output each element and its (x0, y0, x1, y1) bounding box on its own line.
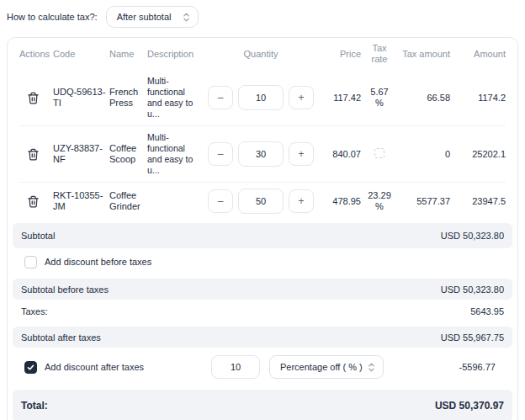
delete-row-button[interactable] (19, 195, 40, 208)
table-row: UZY-83837-NF Coffee Scoop Multi-function… (19, 126, 506, 183)
header-tax-rate: Tax rate (361, 43, 398, 65)
discount-after-row: Add discount after taxes Percentage off … (8, 348, 517, 386)
subtotal-before-taxes-row: Subtotal before taxes USD 50,323.80 (13, 279, 512, 300)
item-price: 117.42 (316, 93, 361, 104)
header-code: Code (53, 49, 109, 60)
discount-after-checkbox[interactable] (24, 361, 37, 374)
item-code: UDQ-59613-TI (53, 87, 109, 109)
item-name: Coffee Scoop (109, 143, 147, 165)
quantity-increase-button[interactable]: + (289, 189, 314, 213)
quantity-increase-button[interactable]: + (289, 142, 314, 166)
item-tax-amount: 0 (398, 149, 450, 160)
item-code: UZY-83837-NF (53, 143, 109, 165)
line-items-table: Actions Code Name Description Quantity P… (8, 38, 517, 220)
subtotal-label: Subtotal (21, 231, 55, 241)
table-row: UDQ-59613-TI French Press Multi-function… (19, 70, 506, 126)
header-price: Price (316, 49, 361, 60)
item-description: Multi-functional and easy to u... (147, 132, 206, 176)
table-header-row: Actions Code Name Description Quantity P… (19, 38, 506, 70)
header-amount: Amount (450, 49, 506, 60)
discount-after-label: Add discount after taxes (45, 362, 144, 372)
subtotal-before-taxes-value: USD 50,323.80 (441, 284, 504, 295)
subtotal-value: USD 50,323.80 (441, 231, 504, 241)
total-label: Total: (21, 400, 48, 412)
header-quantity: Quantity (206, 49, 316, 60)
item-description: Multi-functional and easy to u... (147, 76, 206, 120)
discount-before-checkbox[interactable] (24, 256, 37, 268)
discount-before-row: Add discount before taxes (8, 248, 517, 275)
taxes-row: Taxes: 5643.95 (8, 300, 517, 323)
subtotal-after-taxes-row: Subtotal after taxes USD 55,967.75 (13, 327, 512, 348)
discount-amount-input[interactable] (211, 355, 260, 379)
chevron-up-down-icon (183, 12, 190, 23)
header-description: Description (147, 49, 206, 60)
discount-before-label: Add discount before taxes (45, 257, 151, 267)
quantity-input[interactable] (238, 189, 284, 214)
taxes-value: 5643.95 (470, 306, 504, 316)
item-tax-amount: 66.58 (398, 93, 450, 104)
invoice-card: Actions Code Name Description Quantity P… (7, 37, 518, 420)
delete-row-button[interactable] (19, 148, 40, 161)
item-amount: 25202.1 (450, 149, 506, 160)
header-tax-amount: Tax amount (398, 49, 450, 60)
delete-row-button[interactable] (19, 92, 40, 104)
quantity-input[interactable] (238, 85, 284, 110)
item-tax-rate: 5.67 % (361, 87, 398, 109)
item-tax-amount: 5577.37 (398, 196, 450, 207)
quantity-input[interactable] (238, 141, 284, 167)
discount-after-value: -5596.77 (384, 362, 504, 372)
subtotal-before-taxes-label: Subtotal before taxes (21, 284, 109, 295)
item-price: 840.07 (316, 149, 361, 160)
tax-rate-empty-placeholder[interactable] (374, 148, 384, 158)
item-tax-rate (361, 148, 398, 161)
table-row: RKT-10355-JM Coffee Grinder – + 478.95 2… (19, 183, 506, 220)
taxes-label: Taxes: (21, 306, 48, 316)
chevron-up-down-icon (368, 362, 375, 373)
item-code: RKT-10355-JM (53, 190, 109, 212)
total-value: USD 50,370.97 (435, 400, 504, 412)
header-actions: Actions (19, 49, 53, 60)
item-amount: 23947.5 (450, 196, 506, 207)
subtotal-after-taxes-value: USD 55,967.75 (441, 332, 504, 343)
tax-calc-selected-value: After subtotal (117, 12, 172, 22)
item-tax-rate: 23.29 % (361, 190, 398, 212)
tax-calc-bar: How to calculate tax?: After subtotal (7, 5, 518, 29)
item-amount: 1174.2 (450, 93, 506, 104)
header-name: Name (109, 49, 147, 60)
discount-after-label-group: Add discount after taxes (24, 361, 211, 374)
subtotal-after-taxes-label: Subtotal after taxes (21, 332, 101, 343)
item-name: French Press (109, 87, 147, 109)
item-price: 478.95 (316, 196, 361, 207)
discount-type-selected-value: Percentage off ( % ) (280, 362, 363, 372)
total-row: Total: USD 50,370.97 (13, 390, 512, 420)
quantity-decrease-button[interactable]: – (208, 189, 233, 213)
quantity-increase-button[interactable]: + (289, 86, 314, 109)
quantity-decrease-button[interactable]: – (208, 142, 233, 166)
subtotal-row: Subtotal USD 50,323.80 (13, 223, 512, 248)
quantity-decrease-button[interactable]: – (208, 86, 233, 109)
discount-type-select[interactable]: Percentage off ( % ) (269, 355, 384, 379)
item-name: Coffee Grinder (109, 190, 147, 212)
tax-calc-label: How to calculate tax?: (7, 12, 98, 22)
tax-calc-select[interactable]: After subtotal (106, 6, 199, 28)
